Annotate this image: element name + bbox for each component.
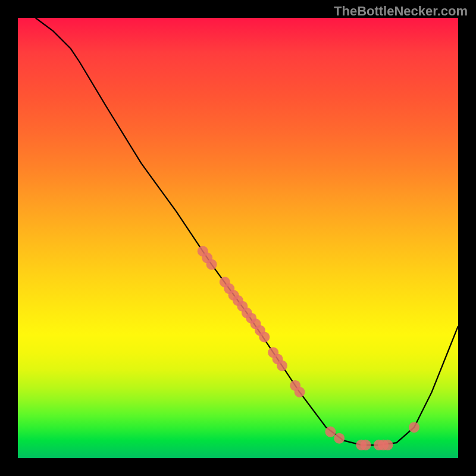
data-point xyxy=(383,440,393,450)
data-point xyxy=(259,332,270,343)
data-point xyxy=(206,259,217,270)
data-point xyxy=(409,422,419,433)
chart-svg xyxy=(18,18,458,458)
data-point xyxy=(295,387,305,397)
data-point xyxy=(277,361,287,371)
data-point xyxy=(361,440,371,450)
chart-container xyxy=(18,18,458,458)
attribution-text: TheBottleNecker.com xyxy=(334,4,468,19)
data-points-group xyxy=(198,246,419,450)
data-point xyxy=(334,433,345,444)
data-point xyxy=(325,427,336,437)
bottleneck-curve xyxy=(36,18,458,445)
